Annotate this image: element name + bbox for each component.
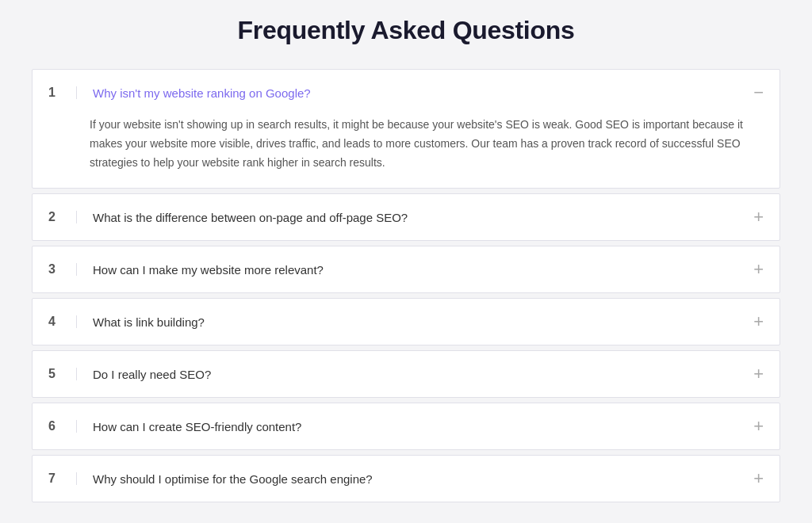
faq-header-7[interactable]: 7 Why should I optimise for the Google s… [33,456,779,502]
faq-question: How can I create SEO-friendly content? [93,420,744,433]
faq-toggle-icon: − + [753,208,764,226]
faq-header-6[interactable]: 6 How can I create SEO-friendly content?… [33,403,779,449]
faq-toggle-icon: − + [753,84,764,101]
faq-header-3[interactable]: 3 How can I make my website more relevan… [33,246,779,292]
faq-toggle-icon: − + [753,313,764,330]
faq-item: 1 Why isn't my website ranking on Google… [32,69,780,189]
plus-icon: + [753,468,764,488]
faq-header-4[interactable]: 4 What is link building? − + [33,299,779,345]
faq-number: 4 [48,315,77,328]
page-title: Frequently Asked Questions [32,16,780,45]
faq-number: 7 [48,472,77,485]
plus-icon: + [753,207,764,227]
faq-toggle-icon: − + [753,365,764,383]
faq-item: 4 What is link building? − + [32,298,780,345]
faq-item: 3 How can I make my website more relevan… [32,246,780,293]
faq-question: What is link building? [93,315,744,329]
faq-header-2[interactable]: 2 What is the difference between on-page… [33,194,779,240]
faq-number: 6 [48,420,77,433]
faq-question: Do I really need SEO? [93,368,744,381]
faq-question: Why isn't my website ranking on Google? [93,86,744,100]
faq-toggle-icon: − + [753,261,764,278]
faq-toggle-icon: − + [753,470,764,487]
faq-number: 2 [48,211,77,223]
faq-number: 5 [48,368,77,380]
faq-item: 5 Do I really need SEO? − + [32,350,780,398]
plus-icon: + [753,311,764,331]
plus-icon: + [753,364,764,384]
faq-question: Why should I optimise for the Google sea… [93,472,744,486]
plus-icon: + [753,416,764,436]
faq-item: 2 What is the difference between on-page… [32,193,780,241]
faq-question: What is the difference between on-page a… [93,211,744,224]
faq-header-1[interactable]: 1 Why isn't my website ranking on Google… [33,70,779,116]
faq-number: 1 [48,86,77,99]
faq-item: 7 Why should I optimise for the Google s… [32,455,780,502]
faq-item: 6 How can I create SEO-friendly content?… [32,403,780,450]
faq-header-5[interactable]: 5 Do I really need SEO? − + [33,351,779,397]
minus-icon: − [753,82,764,102]
faq-container: 1 Why isn't my website ranking on Google… [32,69,780,502]
faq-answer: If your website isn't showing up in sear… [33,116,779,188]
faq-number: 3 [48,263,77,276]
plus-icon: + [753,259,764,279]
faq-toggle-icon: − + [753,418,764,435]
faq-question: How can I make my website more relevant? [93,263,744,277]
